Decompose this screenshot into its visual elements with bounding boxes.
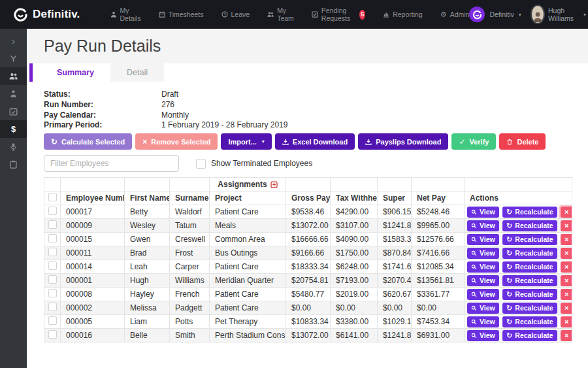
remove-button[interactable]: × Remove — [561, 248, 572, 259]
view-button[interactable]: View — [467, 220, 499, 231]
button-label: Remove — [571, 249, 572, 257]
remove-button[interactable]: × Remove — [561, 303, 572, 314]
brand[interactable]: Definitiv. — [13, 7, 80, 22]
cell-tax-withheld: $3107.00 — [331, 219, 378, 233]
remove-selected-button[interactable]: × Remove Selected — [135, 133, 218, 150]
row-checkbox[interactable] — [48, 330, 57, 339]
x-icon: × — [564, 222, 568, 229]
sidebar-item-calendar[interactable] — [0, 103, 27, 120]
row-checkbox[interactable] — [48, 303, 57, 311]
view-button[interactable]: View — [467, 303, 499, 314]
view-button[interactable]: View — [467, 316, 499, 327]
button-label: View — [480, 235, 495, 243]
view-button[interactable]: View — [467, 330, 499, 341]
remove-button[interactable]: × Remove — [561, 261, 572, 273]
cell-super: $1583.34 — [378, 233, 412, 246]
row-checkbox[interactable] — [48, 316, 57, 325]
cell-tax-withheld: $1750.00 — [331, 246, 378, 260]
view-button[interactable]: View — [467, 248, 499, 259]
row-checkbox[interactable] — [48, 220, 57, 229]
remove-button[interactable]: × Remove — [561, 316, 572, 327]
recalculate-button[interactable]: ↻ Recalculate — [502, 316, 557, 327]
delete-button[interactable]: Delete — [499, 133, 546, 150]
empty-group-cell — [378, 178, 412, 192]
filter-employees-input[interactable] — [44, 155, 179, 172]
table-row: 000014 Leah Carper Patient Care $18333.3… — [44, 260, 572, 274]
cell-project: Patient Care — [210, 205, 286, 219]
sidebar-item-microphone[interactable] — [0, 138, 27, 156]
nav-item-reporting[interactable]: Reporting — [383, 10, 423, 18]
search-icon — [471, 319, 477, 325]
row-select-cell — [44, 315, 61, 329]
add-assignment-icon[interactable] — [270, 181, 278, 188]
nav-item-my-team[interactable]: My Team — [267, 7, 294, 22]
view-button[interactable]: View — [467, 234, 499, 245]
nav-item-leave[interactable]: Leave — [221, 10, 250, 18]
pending-requests-badge[interactable]: 5 — [359, 10, 365, 20]
recalculate-button[interactable]: ↻ Recalculate — [502, 234, 557, 245]
calendar-icon — [159, 11, 165, 18]
recalculate-button[interactable]: ↻ Recalculate — [502, 275, 557, 286]
nav-item-timesheets[interactable]: Timesheets — [159, 10, 204, 18]
row-checkbox[interactable] — [48, 234, 57, 243]
button-label: Recalculate — [515, 331, 553, 339]
row-checkbox[interactable] — [48, 275, 57, 284]
select-all-checkbox[interactable] — [48, 193, 57, 201]
remove-button[interactable]: × Remove — [561, 289, 572, 300]
row-checkbox[interactable] — [48, 289, 57, 297]
refresh-icon: ↻ — [506, 291, 512, 298]
view-button[interactable]: View — [467, 207, 499, 218]
recalculate-button[interactable]: ↻ Recalculate — [502, 207, 557, 218]
table-row: 000017 Betty Waldorf Patient Care $9538.… — [44, 205, 572, 219]
sidebar-item-clipboard[interactable] — [0, 156, 27, 173]
remove-button[interactable]: × Remove — [561, 207, 572, 218]
button-label: View — [480, 249, 495, 257]
recalculate-button[interactable]: ↻ Recalculate — [502, 261, 557, 273]
empty-group-cell — [170, 178, 210, 192]
sidebar-item-org-chart[interactable] — [0, 50, 27, 67]
tab-summary[interactable]: Summary — [41, 63, 110, 82]
button-label: Recalculate — [515, 208, 553, 216]
button-label: Recalculate — [515, 249, 553, 257]
view-button[interactable]: View — [467, 261, 499, 273]
search-icon — [471, 333, 477, 339]
table-row: 000005 Liam Potts Pet Therapy $10833.34 … — [44, 315, 572, 329]
sidebar-expand-button[interactable]: › — [0, 32, 27, 50]
row-checkbox[interactable] — [48, 248, 57, 256]
tab-detail[interactable]: Detail — [110, 63, 164, 82]
excel-download-button[interactable]: Excel Download — [275, 133, 355, 150]
recalculate-button[interactable]: ↻ Recalculate — [502, 303, 557, 314]
nav-item-pending-requests[interactable]: Pending Requests 5 — [312, 7, 365, 22]
summary-field-pay-calendar: Pay Calendar: Monthly — [44, 110, 571, 121]
row-checkbox[interactable] — [48, 207, 57, 215]
payslips-download-button[interactable]: Payslips Download — [358, 133, 448, 150]
sidebar-item-person[interactable] — [0, 85, 27, 103]
recalculate-button[interactable]: ↻ Recalculate — [502, 330, 557, 341]
verify-button[interactable]: ✓ Verify — [451, 133, 496, 150]
import-dropdown-button[interactable]: Import... ▾ — [221, 133, 271, 150]
table-group-header-row: Assignments — [44, 178, 572, 192]
nav-item-my-details[interactable]: My Details — [110, 7, 141, 22]
show-terminated-checkbox[interactable] — [196, 159, 206, 169]
org-switcher[interactable]: Definitiv ▾ — [469, 7, 521, 22]
nav-label: My Details — [120, 7, 141, 22]
nav-item-admin[interactable]: ⚙ Admin — [440, 10, 470, 18]
user-menu[interactable]: Hugh Williams ▾ — [532, 6, 586, 23]
sidebar-item-team[interactable] — [0, 67, 27, 85]
sidebar-item-payroll[interactable]: $ — [0, 120, 27, 138]
show-terminated-wrap: Show Terminated Employees — [196, 159, 312, 169]
remove-button[interactable]: × Remove — [561, 234, 572, 245]
recalculate-button[interactable]: ↻ Recalculate — [502, 248, 557, 259]
org-name: Definitiv — [489, 10, 514, 18]
view-button[interactable]: View — [467, 289, 499, 300]
x-icon: × — [142, 138, 147, 146]
remove-button[interactable]: × Remove — [561, 330, 572, 341]
remove-button[interactable]: × Remove — [561, 275, 572, 286]
view-button[interactable]: View — [467, 275, 499, 286]
calculate-selected-button[interactable]: ↻ Calculate Selected — [44, 133, 132, 150]
remove-button[interactable]: × Remove — [561, 220, 572, 231]
recalculate-button[interactable]: ↻ Recalculate — [502, 289, 557, 300]
top-navbar: Definitiv. My Details Timesheets Leave M… — [0, 0, 588, 29]
recalculate-button[interactable]: ↻ Recalculate — [502, 220, 557, 231]
row-checkbox[interactable] — [48, 261, 57, 270]
